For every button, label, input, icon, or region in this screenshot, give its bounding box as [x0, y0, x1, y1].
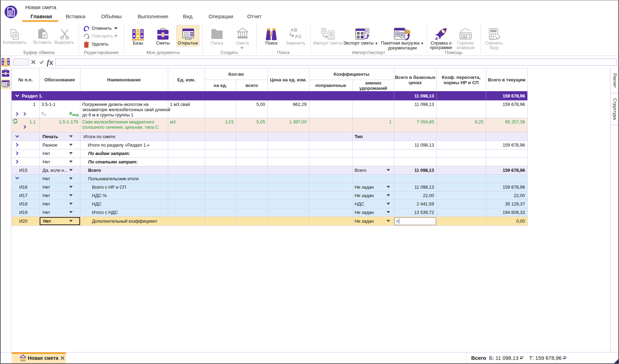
svg-text:P: P — [563, 356, 566, 360]
svg-text:P: P — [520, 356, 523, 360]
